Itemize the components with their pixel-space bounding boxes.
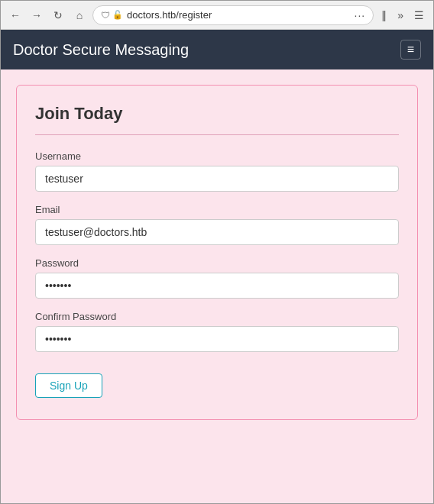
address-bar[interactable]: 🛡 🔓 doctors.htb/register ··· — [92, 5, 374, 25]
navbar-hamburger-button[interactable]: ≡ — [400, 40, 421, 60]
confirm-password-group: Confirm Password — [35, 311, 399, 352]
confirm-password-label: Confirm Password — [35, 311, 399, 322]
username-input[interactable] — [35, 166, 399, 192]
back-button[interactable]: ← — [7, 7, 24, 24]
confirm-password-input[interactable] — [35, 326, 399, 352]
browser-chrome: ← → ↻ ⌂ 🛡 🔓 doctors.htb/register ··· ‖ »… — [1, 1, 433, 30]
bookmarks-button[interactable]: ‖ — [378, 8, 390, 23]
username-label: Username — [35, 150, 399, 162]
password-group: Password — [35, 257, 399, 299]
url-text: doctors.htb/register — [127, 9, 351, 21]
browser-menu-button[interactable]: ☰ — [411, 8, 427, 23]
more-options-button[interactable]: ··· — [355, 9, 366, 21]
app-navbar: Doctor Secure Messaging ≡ — [1, 30, 433, 69]
forward-button[interactable]: → — [28, 7, 45, 24]
password-label: Password — [35, 257, 399, 269]
security-icons: 🛡 🔓 — [101, 10, 123, 21]
email-group: Email — [35, 204, 399, 245]
broken-lock-icon: 🔓 — [112, 10, 123, 20]
email-input[interactable] — [35, 219, 399, 245]
signup-button[interactable]: Sign Up — [35, 373, 102, 398]
app-title: Doctor Secure Messaging — [13, 41, 189, 59]
home-button[interactable]: ⌂ — [71, 7, 88, 24]
register-card: Join Today Username Email Password Confi… — [16, 85, 418, 420]
username-group: Username — [35, 150, 399, 192]
shield-icon: 🛡 — [101, 10, 110, 21]
extensions-button[interactable]: » — [394, 8, 406, 23]
card-title: Join Today — [35, 104, 399, 135]
main-content: Join Today Username Email Password Confi… — [1, 69, 433, 504]
refresh-button[interactable]: ↻ — [50, 7, 66, 24]
password-input[interactable] — [35, 273, 399, 299]
email-label: Email — [35, 204, 399, 215]
